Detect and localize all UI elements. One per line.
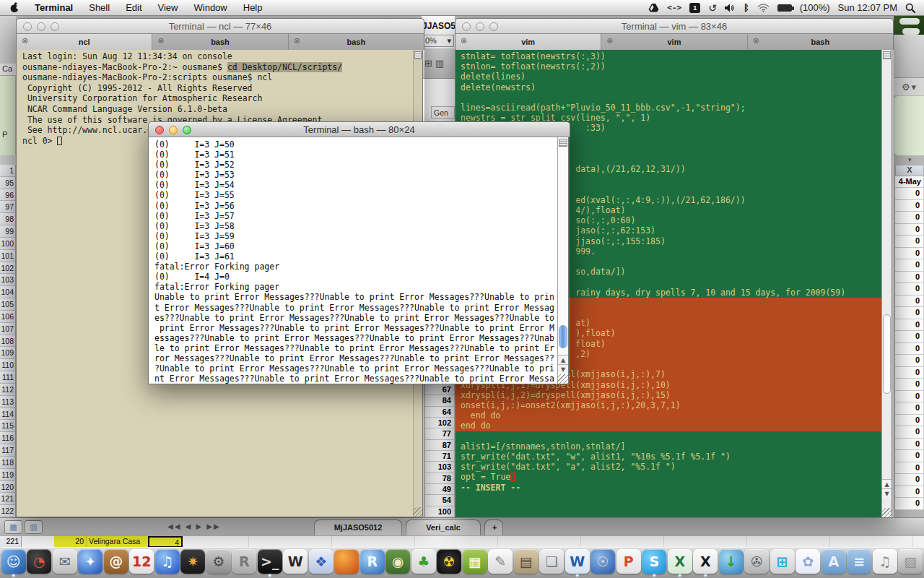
dock-excel[interactable]: X • <box>668 549 692 574</box>
scrollbar-thumb[interactable] <box>883 314 891 394</box>
row-header[interactable]: 111 <box>0 371 16 384</box>
minimize-button[interactable] <box>37 22 45 31</box>
dock-iphoto[interactable]: ✷ <box>180 549 205 574</box>
dock-contacts[interactable]: @ <box>104 549 128 574</box>
dock-mail[interactable]: ✉ <box>53 549 77 574</box>
menu-item[interactable]: Edit <box>118 0 149 16</box>
sheet-cell[interactable]: 0 <box>895 367 924 379</box>
sheet-cell[interactable]: 0 <box>895 296 924 308</box>
row-header[interactable]: 119 <box>0 469 16 481</box>
sheet-cell[interactable]: 64 <box>425 407 455 418</box>
row-header[interactable]: 107 <box>0 323 16 335</box>
close-icon[interactable]: ⊗ <box>157 36 164 46</box>
dock-word-2004[interactable]: W <box>283 549 308 574</box>
chevron-down-icon[interactable]: ▾ <box>908 156 912 163</box>
row-header[interactable]: 118 <box>0 457 16 469</box>
dock-wav-file[interactable]: ♫ <box>873 549 897 574</box>
row-header[interactable]: 97 <box>0 201 16 213</box>
volume-icon[interactable] <box>725 2 736 14</box>
menu-bar-clock[interactable]: Sun 12:07 PM <box>838 2 897 13</box>
row-header[interactable]: 115 <box>0 420 16 432</box>
selected-cell[interactable]: 4 <box>148 536 183 548</box>
sheet-cell[interactable]: 20 <box>54 536 87 548</box>
time-machine-icon[interactable]: ↺ <box>708 2 717 14</box>
row-header[interactable]: 101 <box>0 250 16 262</box>
scroll-down-button[interactable]: ▼ <box>882 488 892 498</box>
resize-grip[interactable] <box>413 507 422 517</box>
grid-icon[interactable]: ⊞ <box>424 58 432 69</box>
sheet-cell[interactable]: 103 <box>425 462 455 473</box>
row-header[interactable]: 104 <box>0 286 16 298</box>
dock-applications-folder[interactable]: A <box>821 549 846 574</box>
dock-virtualbox[interactable]: ❖ <box>309 549 334 574</box>
scroll-lock-icon[interactable] <box>883 51 891 59</box>
row-header[interactable]: 103 <box>0 274 16 286</box>
bluetooth-icon[interactable]: ᛒ <box>744 2 749 14</box>
terminal-tab[interactable]: ⊗ bash <box>289 34 424 50</box>
dock-textedit[interactable]: ✎ <box>488 549 513 574</box>
dock-powerpoint[interactable]: P <box>616 549 641 574</box>
row-header[interactable]: 102 <box>0 262 16 275</box>
sheet-cell[interactable]: 0 <box>895 426 924 439</box>
dock-firefox[interactable] <box>334 549 359 574</box>
title-bar[interactable]: Terminal — vim — 83×46 <box>455 18 894 34</box>
scroll-up-button[interactable]: ▲ <box>882 479 892 488</box>
row-header[interactable]: 120 <box>0 481 16 493</box>
dock-software-update[interactable]: ↓ <box>719 549 744 574</box>
scroll-lock-icon[interactable] <box>559 139 567 147</box>
scrollbar[interactable]: ▲ ▼ <box>557 137 568 384</box>
dock-printing-press[interactable]: ▤ <box>514 549 539 574</box>
sheet-cell[interactable]: 0 <box>895 462 924 475</box>
dock-dashboard[interactable]: ◔ <box>27 549 51 574</box>
title-bar[interactable]: Terminal — bash — 80×24 <box>148 121 570 137</box>
sheet-cell[interactable]: 54 <box>425 495 455 506</box>
resize-grip[interactable] <box>882 508 892 517</box>
sheet-cell[interactable]: 0 <box>895 450 924 462</box>
sheet-cell[interactable]: 0 <box>895 391 924 403</box>
row-header[interactable]: 112 <box>0 384 16 396</box>
menu-item[interactable]: Shell <box>81 0 118 16</box>
sheet-cell[interactable]: 71 <box>425 451 455 462</box>
dock-satellite-app[interactable]: ✇ <box>744 549 769 574</box>
menu-item[interactable]: Help <box>235 0 271 16</box>
scroll-down-button[interactable]: ▼ <box>558 364 568 374</box>
sheet-cell[interactable]: 0 <box>895 283 924 296</box>
sheet-cell[interactable]: 0 <box>895 439 924 451</box>
close-button[interactable] <box>23 22 32 31</box>
sheet-cell[interactable]: 0 <box>895 379 924 391</box>
spotlight-icon[interactable] <box>905 2 915 14</box>
close-icon[interactable]: ⊗ <box>606 36 613 46</box>
dock-documents-folder[interactable]: ≡ <box>847 549 871 574</box>
dock-r-gray[interactable]: R <box>232 549 256 574</box>
dock-terminal[interactable]: >_ • <box>258 549 282 574</box>
sheet-tab-add[interactable]: + <box>484 519 503 535</box>
row-header[interactable]: 114 <box>0 408 16 420</box>
close-button[interactable] <box>462 22 471 31</box>
sheet-cell[interactable]: 0 <box>895 498 924 510</box>
sheet-cell[interactable]: 77 <box>425 428 455 439</box>
sheet-cell[interactable]: 0 <box>895 355 924 367</box>
close-button[interactable] <box>155 126 164 134</box>
sheet-cell[interactable]: 49 <box>425 484 455 495</box>
sheet-cell[interactable]: 0 <box>895 248 924 260</box>
row-header[interactable]: 121 <box>0 493 16 505</box>
resize-grip[interactable] <box>557 374 568 384</box>
tile-calendar-icon[interactable]: 1 <box>689 2 700 14</box>
row-header[interactable]: 105 <box>0 298 16 311</box>
zoom-button[interactable] <box>51 22 59 31</box>
sheet-cell[interactable]: 100 <box>425 506 455 517</box>
gdrive-icon[interactable] <box>648 2 659 14</box>
dock-ical[interactable]: 12 <box>129 549 154 574</box>
dock-r-blue[interactable]: R <box>360 549 385 574</box>
menu-item[interactable]: Window <box>186 0 235 16</box>
sheet-cell[interactable]: 87 <box>425 440 455 451</box>
row-header[interactable]: 116 <box>0 432 16 444</box>
dock-grid-calc[interactable]: ▦ <box>463 549 487 574</box>
row-header[interactable]: 95 <box>0 177 16 189</box>
scroll-up-button[interactable]: ▲ <box>558 355 568 364</box>
sheet-cell[interactable]: 0 <box>895 415 924 427</box>
minimize-button[interactable] <box>169 126 178 134</box>
apple-menu[interactable] <box>0 2 27 13</box>
sheet-cell[interactable]: 0 <box>895 212 924 224</box>
dock-finder[interactable]: ☺ • <box>1 549 26 574</box>
